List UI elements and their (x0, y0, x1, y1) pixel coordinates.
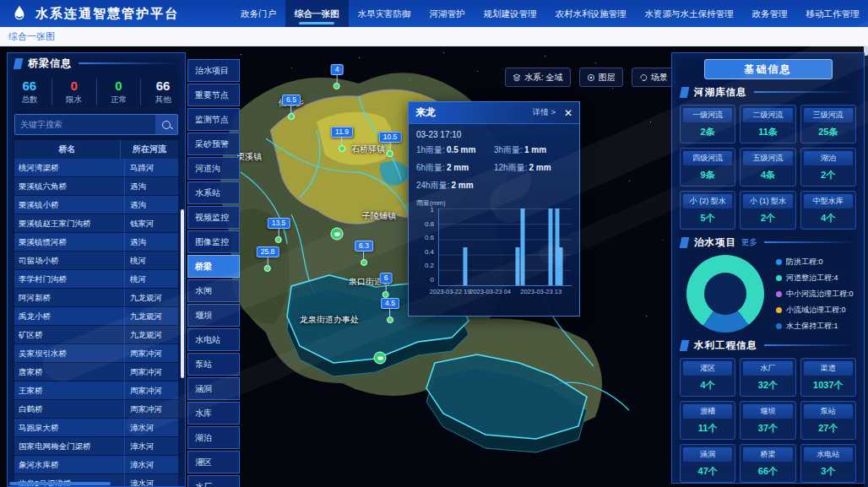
app-title: 水系连通智慧管护平台 (35, 6, 179, 22)
camera-icon[interactable] (331, 228, 344, 241)
camera-icon[interactable] (374, 352, 387, 365)
layer-menu-item[interactable]: 重要节点 (187, 84, 240, 106)
bridge-name-cell: 栗溪镇小桥 (14, 196, 125, 214)
layer-menu-item[interactable]: 水厂 (187, 475, 240, 487)
marker-value-badge: 4.5 (381, 298, 399, 309)
river-cards: 一级河流 2条 二级河流 11条 三级河流 25条 四级河流 9条 五级河流 4… (680, 105, 856, 230)
nav-item[interactable]: 移动工作管理 (797, 0, 868, 27)
nav-item[interactable]: 水旱灾害防御 (349, 0, 420, 27)
layer-menu-item[interactable]: 水闸 (187, 279, 240, 302)
card-value: 66个 (743, 462, 792, 479)
y-tick: 1 (431, 206, 434, 214)
bridge-name-cell: 吴家坝引水桥 (14, 344, 125, 362)
search-button[interactable] (155, 115, 177, 134)
layer-menu-item[interactable]: 水电站 (187, 328, 240, 351)
nav-item[interactable]: 农村水利设施管理 (546, 0, 636, 27)
layer-menu-item[interactable]: 河道沟 (187, 157, 240, 180)
table-row[interactable]: 象河水库桥 漳水河 (14, 456, 178, 473)
nav-item[interactable]: 河湖管护 (420, 0, 475, 27)
nav-item[interactable]: 政务管理 (743, 0, 797, 27)
town-label: 栗溪镇 (236, 151, 262, 163)
map-controls: 水系: 全域 图层 场景 (505, 68, 675, 87)
layer-menu-item[interactable]: 采砂预警 (187, 133, 240, 155)
detail-link[interactable]: 详情 > (533, 107, 556, 118)
table-row[interactable]: 栗溪镇惯河桥 遇沟 (14, 233, 178, 251)
table-row[interactable]: 李学村门沟桥 桃河 (14, 270, 178, 288)
y-tick: 0.6 (425, 234, 434, 241)
card-label: 二级河流 (743, 108, 792, 122)
layer-menu-item[interactable]: 治水项目 (187, 59, 240, 82)
water-level-marker[interactable]: 4 (331, 64, 344, 89)
water-level-marker[interactable]: 4.5 (381, 298, 399, 323)
stat-card: 泵站 27个 (800, 401, 856, 440)
scene-toggle-button[interactable]: 场景 (632, 68, 675, 87)
water-system-selector[interactable]: 水系: 全域 (505, 68, 571, 87)
rain-chart: 雨量(mm) 10.80.60.40.20 2023-03-22 192023-… (416, 198, 572, 298)
projects-donut-row: 防洪工程: 0 河道整治工程: 4 中小河流治理工程: 0 小流域治理工程: 0… (680, 255, 856, 333)
card-value: 25条 (804, 122, 853, 140)
marker-dot (264, 265, 271, 272)
marker-value-badge: 6.3 (355, 241, 373, 252)
layer-menu-item[interactable]: 水系站 (187, 181, 240, 204)
water-level-marker[interactable]: 25.8 (257, 246, 279, 272)
scene-icon (639, 73, 648, 82)
bridge-stat: 66 总数 (8, 78, 52, 106)
table-row[interactable]: 矿区桥 九龙观河 (14, 326, 178, 344)
table-row[interactable]: 吴家坝引水桥 周家冲河 (14, 344, 178, 362)
card-value: 3个 (804, 462, 853, 479)
table-row[interactable]: 王家桥 周家冲河 (14, 381, 178, 399)
horizontal-scrollbar[interactable] (9, 482, 111, 485)
basic-info-button[interactable]: 基础信息 (704, 59, 833, 79)
layer-menu-item[interactable]: 涵洞 (187, 377, 240, 400)
water-level-marker[interactable]: 6.5 (282, 95, 301, 120)
breadcrumb[interactable]: 综合一张图 (8, 30, 55, 43)
rain-bar (548, 208, 552, 285)
table-row[interactable]: 阿河新桥 九龙观河 (14, 289, 178, 306)
water-level-marker[interactable]: 13.5 (268, 218, 290, 243)
table-row[interactable]: 唐家桥 周家冲河 (14, 363, 178, 381)
card-label: 泵站 (804, 404, 853, 419)
layer-toggle-button[interactable]: 图层 (579, 68, 623, 87)
water-level-marker[interactable]: 10.5 (379, 132, 402, 157)
layer-menu-item[interactable]: 堰坝 (187, 304, 240, 327)
card-label: 五级河流 (743, 151, 792, 165)
vertical-scrollbar[interactable] (181, 209, 184, 378)
layer-menu-item[interactable]: 视频监控 (187, 206, 240, 229)
nav-item[interactable]: 综合一张图 (285, 0, 349, 27)
nav-item[interactable]: 水资源与水土保持管理 (636, 0, 743, 27)
table-row[interactable]: 国家电网梅金门渠桥 漳水河 (14, 437, 178, 455)
layer-menu-item[interactable]: 水库 (187, 402, 240, 425)
close-icon[interactable]: ✕ (564, 108, 572, 118)
card-value: 2个 (804, 165, 853, 183)
water-level-marker[interactable]: 11.9 (331, 127, 353, 152)
table-row[interactable]: 马跑泉大桥 漳水河 (14, 419, 178, 436)
marker-value-badge: 6.5 (282, 95, 301, 106)
rain-bar (520, 208, 524, 285)
search-input[interactable] (15, 115, 155, 134)
layer-menu-item[interactable]: 监测节点 (187, 108, 240, 131)
water-level-marker[interactable]: 6 (380, 273, 393, 298)
table-row[interactable]: 桃河湾渠桥 马蹄河 (14, 159, 178, 176)
table-row[interactable]: 栗溪镇六角桥 遇沟 (14, 177, 178, 195)
table-row[interactable]: 栗溪镇赵王家门沟桥 钱家河 (14, 214, 178, 232)
layer-menu-item[interactable]: 图像监控 (187, 230, 240, 253)
river-name-cell: 周家冲河 (125, 344, 178, 362)
nav-item[interactable]: 规划建设管理 (475, 0, 546, 27)
river-name-cell: 遇沟 (125, 233, 178, 251)
table-row[interactable]: 禹龙小桥 九龙观河 (14, 307, 178, 325)
stat-card: 五级河流 4条 (740, 148, 795, 187)
layer-menu-item[interactable]: 湖泊 (187, 426, 240, 449)
table-row[interactable]: 白鹤桥 周家冲河 (14, 400, 178, 418)
bridge-name-cell: 栗溪镇惯河桥 (14, 233, 125, 251)
nav-item[interactable]: 政务门户 (231, 0, 285, 27)
more-link[interactable]: 更多 (741, 237, 757, 248)
river-name-cell: 漳水河 (125, 456, 178, 473)
water-level-marker[interactable]: 6.3 (355, 241, 373, 266)
card-value: 5个 (683, 208, 732, 226)
layer-menu-item[interactable]: 桥梁 (187, 255, 240, 278)
table-row[interactable]: 司留场小桥 桃河 (14, 252, 178, 269)
table-row[interactable]: 栗溪镇小桥 遇沟 (14, 196, 178, 214)
layer-menu-item[interactable]: 泵站 (187, 353, 240, 376)
river-name-cell: 九龙观河 (125, 326, 178, 344)
layer-menu-item[interactable]: 灌区 (187, 451, 240, 473)
